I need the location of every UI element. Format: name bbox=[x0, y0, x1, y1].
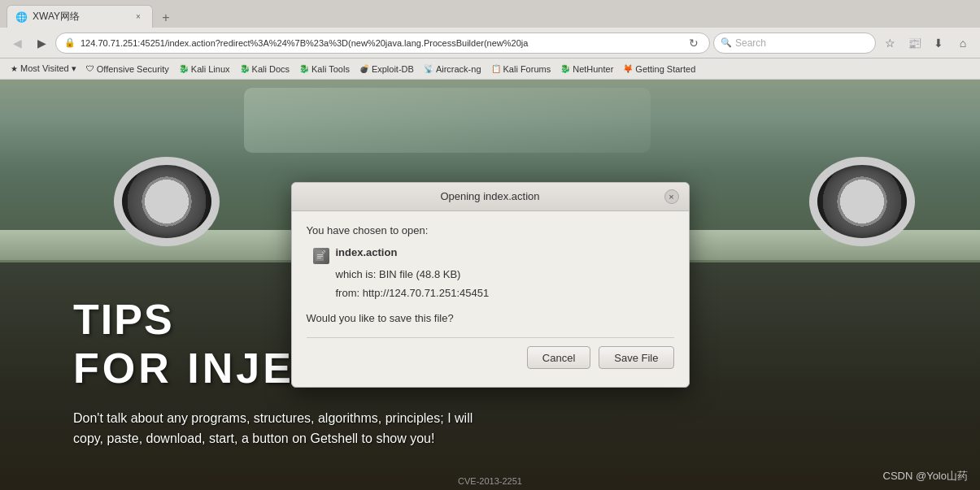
back-button[interactable]: ◀ bbox=[7, 33, 28, 54]
bookmark-label: Aircrack-ng bbox=[436, 64, 481, 74]
bookmark-kali-forums[interactable]: 📋 Kali Forums bbox=[487, 63, 555, 76]
save-file-button[interactable]: Save File bbox=[599, 346, 673, 369]
file-type-label: which is: bbox=[336, 268, 377, 280]
aircrack-icon: 📡 bbox=[424, 64, 433, 73]
forums-icon: 📋 bbox=[491, 64, 501, 73]
bookmark-aircrack[interactable]: 📡 Aircrack-ng bbox=[420, 63, 486, 76]
search-placeholder: Search bbox=[735, 37, 766, 49]
nav-bar: ◀ ▶ 🔒 124.70.71.251:45251/index.action?r… bbox=[0, 28, 980, 59]
tab-title: XWAY网络 bbox=[33, 10, 128, 24]
file-type-value: BIN file (48.8 KB) bbox=[379, 268, 460, 280]
svg-rect-4 bbox=[317, 256, 323, 257]
csdn-credit: CSDN @Yolo山药 bbox=[883, 469, 968, 483]
car-windshield bbox=[244, 88, 651, 153]
active-tab[interactable]: 🌐 XWAY网络 × bbox=[7, 5, 153, 28]
bookmark-getting-started[interactable]: 🦊 Getting Started bbox=[619, 63, 699, 76]
file-from-text: from: http://124.70.71.251:45451 bbox=[336, 284, 490, 302]
shield-icon: 🛡 bbox=[86, 64, 94, 73]
dialog-buttons: Cancel Save File bbox=[307, 346, 674, 374]
dialog-body: You have chosen to open: bbox=[292, 211, 689, 388]
home-button[interactable]: ⌂ bbox=[952, 33, 973, 54]
file-icon bbox=[313, 248, 329, 264]
url-text: 124.70.71.251:45251/index.action?redirec… bbox=[81, 38, 682, 48]
bookmark-label: Getting Started bbox=[635, 64, 695, 74]
dialog-title: Opening index.action bbox=[316, 190, 664, 202]
nethunter-icon: 🐉 bbox=[560, 64, 570, 73]
subtitle-text: Don't talk about any programs, structure… bbox=[73, 408, 473, 449]
bookmark-label: Kali Forums bbox=[503, 64, 551, 74]
kali-docs-icon: 🐉 bbox=[240, 64, 250, 73]
bookmark-label: Kali Linux bbox=[191, 64, 230, 74]
bookmark-nethunter[interactable]: 🐉 NetHunter bbox=[556, 63, 617, 76]
bookmark-label: Most Visited ▾ bbox=[20, 63, 76, 74]
dialog-intro-text: You have chosen to open: bbox=[307, 224, 674, 236]
cancel-button[interactable]: Cancel bbox=[527, 346, 590, 369]
forinje-heading: FOR INJE bbox=[73, 344, 294, 392]
download-button[interactable]: ⬇ bbox=[928, 33, 949, 54]
firefox-icon: 🦊 bbox=[623, 64, 633, 73]
car-wheel-right bbox=[809, 157, 915, 246]
bookmark-label: Kali Tools bbox=[311, 64, 350, 74]
tab-favicon: 🌐 bbox=[15, 11, 28, 23]
exploit-icon: 💣 bbox=[359, 64, 369, 73]
bookmark-label: Offensive Security bbox=[97, 64, 169, 74]
tab-close-button[interactable]: × bbox=[133, 11, 144, 23]
url-bar-wrapper: 🔒 124.70.71.251:45251/index.action?redir… bbox=[55, 33, 710, 54]
dialog-close-button[interactable]: × bbox=[664, 189, 679, 204]
tips-heading: TIPS bbox=[73, 295, 294, 344]
reader-mode-button[interactable]: 📰 bbox=[904, 33, 925, 54]
dialog-titlebar: Opening index.action × bbox=[292, 183, 689, 211]
bookmark-star-button[interactable]: ☆ bbox=[879, 33, 900, 54]
nav-right-buttons: ☆ 📰 ⬇ ⌂ bbox=[879, 33, 973, 54]
bookmark-kali-tools[interactable]: 🐉 Kali Tools bbox=[295, 63, 354, 76]
bookmark-kali-docs[interactable]: 🐉 Kali Docs bbox=[236, 63, 294, 76]
bookmark-label: Kali Docs bbox=[252, 64, 290, 74]
bookmark-offensive-security[interactable]: 🛡 Offensive Security bbox=[82, 63, 173, 76]
lock-icon: 🔒 bbox=[64, 37, 76, 48]
star-icon: ★ bbox=[11, 64, 18, 73]
bookmark-label: NetHunter bbox=[573, 64, 613, 74]
new-tab-button[interactable]: + bbox=[156, 8, 176, 28]
file-from-label: from: bbox=[336, 287, 360, 299]
bookmark-label: Exploit-DB bbox=[372, 64, 414, 74]
bookmark-exploit-db[interactable]: 💣 Exploit-DB bbox=[355, 63, 418, 76]
bookmark-most-visited[interactable]: ★ Most Visited ▾ bbox=[7, 62, 81, 76]
cve-text: CVE-2013-2251 bbox=[458, 476, 522, 486]
page-content: TIPS FOR INJE Don't talk about any progr… bbox=[0, 80, 980, 490]
tab-bar: 🌐 XWAY网络 × + bbox=[0, 0, 980, 28]
file-open-dialog: Opening index.action × You have chosen t… bbox=[291, 182, 690, 388]
bookmark-kali-linux[interactable]: 🐉 Kali Linux bbox=[175, 63, 234, 76]
subtitle-line2: copy, paste, download, start, a button o… bbox=[73, 428, 473, 449]
file-info-row: index.action which is: BIN file (48.8 KB… bbox=[307, 246, 674, 303]
file-details: index.action which is: BIN file (48.8 KB… bbox=[336, 246, 490, 303]
kali-icon: 🐉 bbox=[179, 64, 189, 73]
svg-rect-5 bbox=[317, 258, 321, 258]
page-text-area: TIPS FOR INJE bbox=[73, 295, 294, 392]
kali-tools-icon: 🐉 bbox=[299, 64, 309, 73]
car-wheel-left bbox=[114, 157, 220, 246]
file-type-text: which is: BIN file (48.8 KB) bbox=[336, 265, 490, 284]
reload-button[interactable]: ↻ bbox=[685, 34, 703, 52]
subtitle-line1: Don't talk about any programs, structure… bbox=[73, 408, 473, 429]
file-name: index.action bbox=[336, 246, 490, 258]
bookmarks-bar: ★ Most Visited ▾ 🛡 Offensive Security 🐉 … bbox=[0, 59, 980, 80]
dialog-question: Would you like to save this file? bbox=[307, 312, 674, 324]
search-bar[interactable]: 🔍 Search bbox=[713, 33, 876, 54]
svg-rect-3 bbox=[317, 254, 323, 255]
forward-button[interactable]: ▶ bbox=[31, 33, 52, 54]
file-type-icon bbox=[313, 248, 329, 264]
file-from-value: http://124.70.71.251:45451 bbox=[363, 287, 489, 299]
search-icon: 🔍 bbox=[721, 37, 732, 48]
